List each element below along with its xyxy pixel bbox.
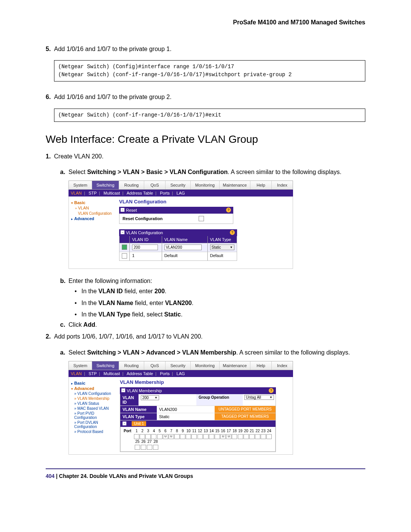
port-box-5[interactable] [157,434,162,439]
vlan-id-1: 1 [130,252,162,260]
subtab-ports[interactable]: Ports [160,191,170,195]
port-box-18[interactable] [232,434,237,439]
port-num: 12 [197,428,203,434]
side-mac-vlan[interactable]: » MAC Based VLAN [74,406,114,411]
port-box-3[interactable] [145,434,151,439]
subtab-addrtable-2[interactable]: Address Table [127,371,153,376]
port-box-24[interactable] [266,434,272,439]
port-box-11[interactable] [191,434,197,439]
port-box-6[interactable] [163,434,168,439]
vlan-type-select[interactable]: Static▼ [210,244,234,250]
tab-qos[interactable]: QoS [144,181,166,189]
unit-btn[interactable]: Unit 1 [132,421,146,426]
port-box-12[interactable] [198,434,203,439]
side-vlan-conf[interactable]: »VLAN [75,206,113,210]
subtab-multicast[interactable]: Multicast [104,191,120,195]
port-box-13[interactable] [203,434,209,439]
port-box-19[interactable] [238,434,243,439]
tab-routing-2[interactable]: Routing [119,361,144,370]
collapse-icon-2[interactable]: − [121,230,124,234]
port-num-27: 27 [147,439,153,444]
port-box-28[interactable] [153,445,158,450]
side-port-pvid[interactable]: » Port PVID Configuration [74,411,114,420]
port-box-20[interactable] [244,434,249,439]
subtab-addrtable[interactable]: Address Table [127,191,153,195]
help-icon[interactable]: ? [226,208,231,212]
vlan-id-select[interactable]: 200▼ [141,395,159,400]
tab-monitoring-2[interactable]: Monitoring [191,361,220,370]
side-vlan-conf2[interactable]: VLAN Configuration [78,211,113,216]
tab-monitoring[interactable]: Monitoring [191,181,220,189]
side-advanced-2[interactable]: ▾Advanced [71,386,114,391]
port-box-15[interactable] [215,434,220,439]
chevron-down-icon-3: ▼ [269,396,272,399]
step-1b-letter: b. [60,276,68,286]
help-icon-2[interactable]: ? [230,230,235,235]
reset-checkbox[interactable] [199,216,204,221]
row-checkbox-1[interactable] [122,253,127,259]
collapse-icon-3[interactable]: − [121,388,125,392]
port-box-27[interactable] [147,445,152,450]
port-box-22[interactable] [255,434,260,439]
port-box-9[interactable] [180,434,185,439]
tab-system[interactable]: System [69,181,92,189]
tab-routing[interactable]: Routing [119,181,144,189]
port-box-4[interactable] [151,434,156,439]
tab-help[interactable]: Help [250,181,272,189]
side-vlan-conf-label-2: VLAN Configuration [77,391,111,396]
tab-switching-2[interactable]: Switching [92,361,119,370]
collapse-icon-4[interactable]: − [123,422,126,425]
vlan-id-input[interactable]: 200 [132,244,158,250]
subtab-stp-2[interactable]: STP [89,371,97,376]
step-2a-letter: a. [60,348,68,357]
tagged-btn[interactable]: TAGGED PORT MEMBERS [215,413,276,420]
subtab-lag[interactable]: LAG [177,191,185,195]
tab-qos-2[interactable]: QoS [144,361,166,370]
vlan-name-input[interactable]: VLAN200 [164,244,202,250]
side-vlan-status[interactable]: » VLAN Status [74,401,114,406]
subtab-vlan[interactable]: VLAN [71,191,82,195]
port-box-17[interactable] [226,434,231,439]
tab-maintenance-2[interactable]: Maintenance [220,361,250,370]
side-port-dvlan[interactable]: » Port DVLAN Configuration [74,420,114,429]
port-box-26[interactable] [141,445,146,450]
subtab-vlan-2[interactable]: VLAN [71,371,82,376]
side-vlan-status-label: VLAN Status [77,401,99,406]
subtab-lag-2[interactable]: LAG [177,371,185,376]
port-box-7[interactable] [169,434,174,439]
tab-security[interactable]: Security [166,181,191,189]
side-protocol[interactable]: » Protocol Based [74,430,114,434]
side-vlan-conf-2[interactable]: » VLAN Configuration [74,391,114,396]
tab-index-2[interactable]: Index [272,361,293,370]
port-box-16[interactable] [220,434,226,439]
port-box-1[interactable] [134,434,139,439]
side-advanced[interactable]: ▸Advanced [71,216,113,221]
row-checkbox-new[interactable] [122,244,127,250]
port-num: 14 [209,428,214,434]
side-vlan-mem[interactable]: » VLAN Membership [74,396,114,401]
tab-maintenance[interactable]: Maintenance [220,181,250,189]
port-box-25[interactable] [135,445,140,450]
subtab-stp[interactable]: STP [89,191,97,195]
unit-header: − Unit 1 [120,420,276,427]
port-box-8[interactable] [174,434,180,439]
tab-system-2[interactable]: System [69,361,92,370]
collapse-icon[interactable]: − [121,208,124,212]
tab-help-2[interactable]: Help [250,361,272,370]
tab-security-2[interactable]: Security [166,361,191,370]
tab-switching[interactable]: Switching [92,181,119,189]
subtab-ports-2[interactable]: Ports [160,371,170,376]
subtab-multicast-2[interactable]: Multicast [104,371,120,376]
side-basic-2[interactable]: ▸Basic [71,381,114,385]
port-box-23[interactable] [261,434,266,439]
group-op-select[interactable]: Untag All▼ [244,395,274,400]
help-icon-3[interactable]: ? [269,388,274,393]
port-box-2[interactable] [140,434,145,439]
section-heading: Web Interface: Create a Private VLAN Gro… [46,133,365,145]
side-basic[interactable]: ▾Basic [71,200,113,205]
tab-index[interactable]: Index [272,181,293,189]
port-box-21[interactable] [249,434,255,439]
port-box-14[interactable] [209,434,214,439]
untagged-btn[interactable]: UNTAGGED PORT MEMBERS [215,406,276,413]
port-box-10[interactable] [186,434,191,439]
